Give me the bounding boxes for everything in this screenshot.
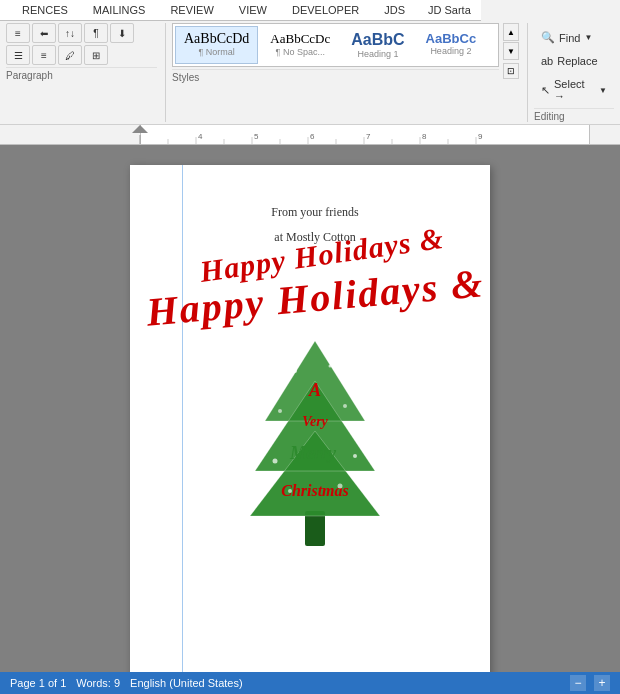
style-nospace[interactable]: AaBbCcDc ¶ No Spac...	[261, 26, 339, 64]
styles-label: Styles	[172, 69, 499, 83]
tab-mailings[interactable]: MAILINGS	[81, 0, 159, 20]
style-normal-label: ¶ Normal	[184, 47, 249, 57]
svg-text:4: 4	[198, 132, 203, 141]
find-dropdown-icon: ▼	[584, 33, 592, 42]
zoom-in-button[interactable]: +	[594, 675, 610, 691]
styles-group: AaBbCcDd ¶ Normal AaBbCcDc ¶ No Spac... …	[172, 23, 528, 122]
style-h2-label: Heading 2	[426, 46, 477, 56]
svg-text:Merry: Merry	[289, 443, 337, 463]
styles-launcher[interactable]: ⊡	[503, 63, 519, 79]
svg-point-35	[273, 459, 278, 464]
find-icon: 🔍	[541, 31, 555, 44]
svg-point-40	[263, 479, 267, 483]
style-nospace-label: ¶ No Spac...	[270, 47, 330, 57]
ribbon-controls: ≡ ⬅ ↑↓ ¶ ⬇ ☰ ≡ 🖊 ⊞ Paragraph	[0, 21, 620, 124]
ribbon-tab-bar: RENCES MAILINGS REVIEW VIEW DEVELOPER JD…	[0, 0, 620, 21]
status-bar: Page 1 of 1 Words: 9 English (United Sta…	[0, 672, 620, 694]
paragraph-buttons: ≡ ⬅ ↑↓ ¶ ⬇ ☰ ≡ 🖊 ⊞ Paragraph	[6, 23, 157, 81]
svg-text:7: 7	[366, 132, 371, 141]
style-h1-label: Heading 1	[351, 49, 404, 59]
styles-content: AaBbCcDd ¶ Normal AaBbCcDc ¶ No Spac... …	[172, 23, 499, 83]
svg-text:8: 8	[422, 132, 427, 141]
tab-view[interactable]: VIEW	[227, 0, 280, 20]
ribbon-tabs: RENCES MAILINGS REVIEW VIEW DEVELOPER JD…	[0, 0, 481, 21]
style-nospace-preview: AaBbCcDc	[270, 31, 330, 47]
select-button[interactable]: ↖ Select → ▼	[534, 74, 614, 106]
replace-icon: ab	[541, 55, 553, 67]
para-btn-3[interactable]: ↑↓	[58, 23, 82, 43]
tab-jds[interactable]: JDS	[372, 0, 418, 20]
svg-point-31	[293, 369, 297, 373]
paragraph-group: ≡ ⬅ ↑↓ ¶ ⬇ ☰ ≡ 🖊 ⊞ Paragraph	[6, 23, 166, 122]
ribbon: RENCES MAILINGS REVIEW VIEW DEVELOPER JD…	[0, 0, 620, 125]
select-label: Select →	[554, 78, 595, 102]
style-normal-preview: AaBbCcDd	[184, 31, 249, 47]
replace-button[interactable]: ab Replace	[534, 51, 614, 71]
svg-text:A: A	[308, 380, 321, 400]
svg-text:9: 9	[478, 132, 483, 141]
para-btn-2[interactable]: ⬅	[32, 23, 56, 43]
editing-buttons: 🔍 Find ▼ ab Replace ↖ Select → ▼	[534, 23, 614, 106]
replace-label: Replace	[557, 55, 597, 67]
user-name: JD Sarta	[418, 0, 481, 20]
styles-scroll-up[interactable]: ▲	[503, 23, 519, 41]
editing-label: Editing	[534, 108, 614, 122]
select-icon: ↖	[541, 84, 550, 97]
ruler-svg: 4 5 6 7 8 9	[0, 125, 620, 145]
ruler: 4 5 6 7 8 9	[0, 125, 620, 145]
para-btn-6[interactable]: ☰	[6, 45, 30, 65]
svg-point-36	[353, 454, 357, 458]
para-btn-border[interactable]: ⊞	[84, 45, 108, 65]
para-btn-1[interactable]: ≡	[6, 23, 30, 43]
svg-text:Very: Very	[302, 414, 328, 429]
para-btn-5[interactable]: ⬇	[110, 23, 134, 43]
select-dropdown-icon: ▼	[599, 86, 607, 95]
svg-point-34	[343, 404, 347, 408]
svg-point-33	[278, 409, 282, 413]
svg-text:5: 5	[254, 132, 259, 141]
document[interactable]: From your friends at Mostly Cotton Happy…	[130, 165, 490, 672]
svg-point-38	[338, 484, 343, 489]
from-text: From your friends	[190, 205, 440, 220]
style-normal[interactable]: AaBbCcDd ¶ Normal	[175, 26, 258, 64]
tab-developer[interactable]: DEVELOPER	[280, 0, 372, 20]
margin-line	[182, 165, 183, 672]
language: English (United States)	[130, 677, 243, 689]
svg-marker-19	[132, 125, 148, 133]
word-count: Words: 9	[76, 677, 120, 689]
para-btn-shade[interactable]: 🖊	[58, 45, 82, 65]
style-h1-preview: AaBbC	[351, 31, 404, 49]
style-h2-preview: AaBbCc	[426, 31, 477, 46]
zoom-out-button[interactable]: −	[570, 675, 586, 691]
find-button[interactable]: 🔍 Find ▼	[534, 27, 614, 48]
styles-scrollbar: ▲ ▼ ⊡	[503, 23, 519, 79]
status-right: − +	[570, 675, 610, 691]
styles-scroll-down[interactable]: ▼	[503, 42, 519, 60]
svg-point-39	[364, 475, 367, 478]
find-label: Find	[559, 32, 580, 44]
para-row-2: ☰ ≡ 🖊 ⊞	[6, 45, 157, 65]
tab-references[interactable]: RENCES	[10, 0, 81, 20]
paragraph-label: Paragraph	[6, 67, 157, 81]
styles-list: AaBbCcDd ¶ Normal AaBbCcDc ¶ No Spac... …	[172, 23, 499, 67]
para-row-1: ≡ ⬅ ↑↓ ¶ ⬇	[6, 23, 157, 43]
christmas-tree: A Very Merry Christmas	[235, 331, 395, 551]
page-info: Page 1 of 1	[10, 677, 66, 689]
style-heading2[interactable]: AaBbCc Heading 2	[417, 26, 486, 64]
editing-group: 🔍 Find ▼ ab Replace ↖ Select → ▼ Editing	[534, 23, 614, 122]
svg-point-32	[329, 365, 332, 368]
svg-point-37	[288, 489, 292, 493]
svg-text:6: 6	[310, 132, 315, 141]
christmas-wrapper: Happy Holidays & Happy Holidays & A Very…	[190, 255, 440, 551]
document-area: From your friends at Mostly Cotton Happy…	[0, 145, 620, 672]
para-btn-7[interactable]: ≡	[32, 45, 56, 65]
para-btn-4[interactable]: ¶	[84, 23, 108, 43]
style-heading1[interactable]: AaBbC Heading 1	[342, 26, 413, 64]
tab-review[interactable]: REVIEW	[158, 0, 226, 20]
